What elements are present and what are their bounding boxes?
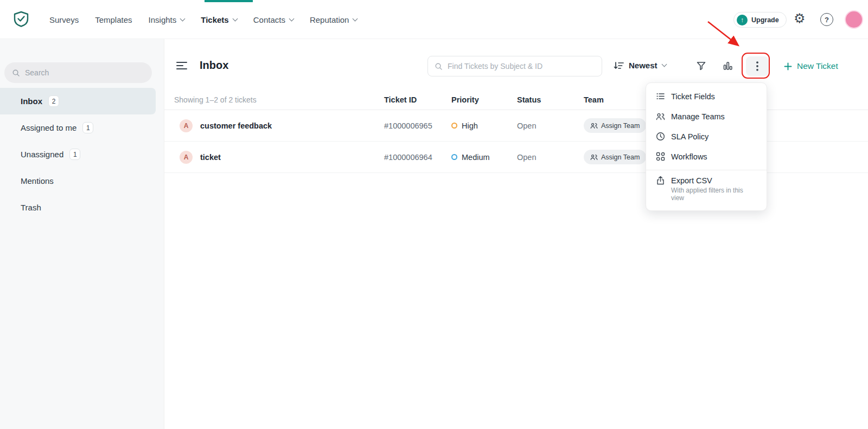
- subject-cell: A ticket: [180, 151, 384, 164]
- ticket-search[interactable]: [427, 56, 602, 76]
- app-page: Surveys Templates Insights Tickets Conta…: [0, 0, 868, 429]
- chevron-down-icon: [180, 16, 186, 21]
- nav-label: Contacts: [253, 15, 285, 24]
- sidebar: Inbox 2 Assigned to me 1 Unassigned 1 Me…: [0, 39, 164, 429]
- assign-team-button[interactable]: Assign Team: [584, 118, 646, 133]
- chevron-down-icon: [232, 16, 238, 21]
- column-header-ticket-id: Ticket ID: [384, 95, 451, 104]
- rocket-icon: ↑: [737, 15, 748, 25]
- ticket-subject: customer feedback: [200, 121, 272, 130]
- users-icon: [590, 123, 598, 129]
- upgrade-button[interactable]: ↑ Upgrade: [733, 12, 787, 28]
- status-label: Open: [517, 153, 584, 162]
- nav-label: Reputation: [310, 15, 349, 24]
- count-badge: 1: [82, 122, 93, 133]
- chevron-down-icon: [661, 62, 667, 67]
- search-icon: [12, 69, 20, 77]
- columns-view-button[interactable]: [723, 61, 733, 73]
- new-ticket-button[interactable]: New Ticket: [784, 61, 838, 71]
- upgrade-label: Upgrade: [751, 16, 779, 24]
- menu-divider: [646, 170, 767, 170]
- column-header-priority: Priority: [451, 95, 517, 104]
- search-icon: [435, 62, 443, 71]
- nav-item-contacts[interactable]: Contacts: [253, 0, 293, 39]
- count-badge: 1: [69, 149, 80, 160]
- more-options-button[interactable]: [746, 56, 769, 76]
- menu-item-export-csv[interactable]: Export CSV With applied filters in this …: [646, 174, 767, 208]
- ticket-id: #1000006964: [384, 153, 451, 162]
- nav-item-tickets[interactable]: Tickets: [201, 0, 237, 39]
- settings-gear-icon[interactable]: ⚙: [794, 12, 806, 25]
- nav-label: Tickets: [201, 15, 228, 24]
- avatar: A: [180, 151, 193, 164]
- kebab-menu-icon: [756, 61, 758, 71]
- main-nav: Surveys Templates Insights Tickets Conta…: [49, 0, 357, 39]
- bar-chart-icon: [723, 61, 733, 71]
- list-icon: [656, 92, 665, 101]
- sidebar-item-inbox[interactable]: Inbox 2: [0, 88, 156, 114]
- sidebar-item-label: Inbox: [21, 97, 42, 106]
- assign-team-label: Assign Team: [601, 122, 640, 130]
- menu-item-label: Manage Teams: [671, 112, 725, 121]
- nav-item-reputation[interactable]: Reputation: [310, 0, 358, 39]
- menu-item-ticket-fields[interactable]: Ticket Fields: [646, 86, 767, 106]
- export-icon: [656, 176, 665, 185]
- user-avatar[interactable]: [845, 10, 863, 29]
- nav-label: Surveys: [49, 15, 79, 24]
- sidebar-item-trash[interactable]: Trash: [0, 194, 164, 221]
- menu-item-manage-teams[interactable]: Manage Teams: [646, 106, 767, 126]
- help-icon[interactable]: ?: [820, 13, 833, 26]
- priority-label: High: [462, 121, 478, 130]
- nav-item-surveys[interactable]: Surveys: [49, 0, 79, 39]
- new-ticket-label: New Ticket: [797, 61, 838, 71]
- menu-item-label: Export CSV: [671, 176, 712, 185]
- sidebar-item-label: Mentions: [21, 176, 54, 185]
- chevron-down-icon: [353, 16, 358, 21]
- menu-item-subtitle: With applied filters in this view: [671, 187, 757, 202]
- priority-cell: Medium: [451, 153, 517, 162]
- priority-label: Medium: [462, 153, 490, 162]
- sidebar-item-label: Assigned to me: [21, 123, 76, 132]
- menu-item-label: Ticket Fields: [671, 92, 715, 101]
- menu-item-label: SLA Policy: [671, 132, 709, 141]
- users-icon: [656, 113, 665, 120]
- sidebar-item-label: Unassigned: [21, 150, 63, 159]
- sidebar-search[interactable]: [4, 62, 152, 83]
- ticket-id: #1000006965: [384, 121, 451, 130]
- more-options-menu: Ticket Fields Manage Teams SLA Policy: [646, 82, 767, 211]
- sidebar-search-input[interactable]: [25, 68, 133, 77]
- results-summary: Showing 1–2 of 2 tickets: [174, 95, 384, 104]
- nav-item-insights[interactable]: Insights: [149, 0, 185, 39]
- column-header-status: Status: [517, 95, 584, 104]
- chevron-down-icon: [289, 16, 294, 21]
- sidebar-item-mentions[interactable]: Mentions: [0, 168, 164, 194]
- plus-icon: [784, 62, 792, 71]
- funnel-icon: [696, 61, 706, 71]
- sidebar-folder-list: Inbox 2 Assigned to me 1 Unassigned 1 Me…: [0, 88, 164, 221]
- ticket-subject: ticket: [200, 153, 221, 162]
- filter-button[interactable]: [696, 61, 706, 73]
- sort-dropdown[interactable]: Newest: [614, 61, 666, 70]
- ticket-search-input[interactable]: [448, 62, 589, 71]
- menu-item-label: Workflows: [671, 152, 707, 161]
- avatar: A: [180, 119, 193, 132]
- count-badge: 2: [48, 95, 59, 107]
- page-title: Inbox: [200, 59, 228, 72]
- sidebar-item-unassigned[interactable]: Unassigned 1: [0, 141, 164, 168]
- clock-icon: [656, 132, 665, 141]
- sidebar-item-assigned-to-me[interactable]: Assigned to me 1: [0, 114, 164, 141]
- priority-ring-icon: [451, 123, 457, 129]
- menu-item-workflows[interactable]: Workflows: [646, 146, 767, 167]
- users-icon: [590, 154, 598, 161]
- subject-cell: A customer feedback: [180, 119, 384, 132]
- sort-descending-icon: [614, 61, 624, 70]
- menu-item-sla-policy[interactable]: SLA Policy: [646, 126, 767, 146]
- workflow-icon: [656, 152, 665, 161]
- collapse-sidebar-icon[interactable]: [176, 61, 188, 71]
- priority-cell: High: [451, 121, 517, 130]
- nav-item-templates[interactable]: Templates: [95, 0, 132, 39]
- app-logo[interactable]: [13, 11, 29, 27]
- status-label: Open: [517, 121, 584, 130]
- assign-team-button[interactable]: Assign Team: [584, 150, 646, 164]
- sort-label: Newest: [629, 61, 658, 70]
